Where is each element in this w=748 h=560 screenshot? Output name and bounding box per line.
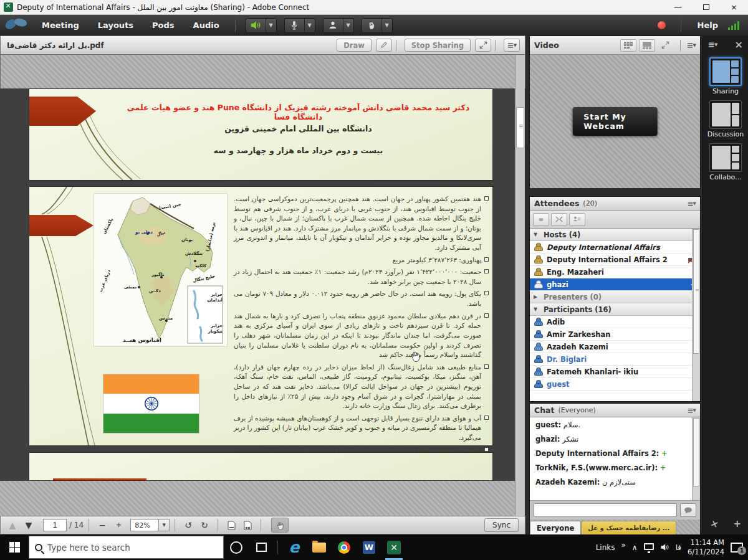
minimize-button[interactable]: — <box>664 0 692 15</box>
zoom-level-select[interactable]: 82% ▼ <box>130 519 170 531</box>
presenters-group-header[interactable]: ▶Presenters (0) <box>530 291 700 303</box>
attendee-row[interactable]: Adib <box>530 316 700 328</box>
attendee-row[interactable]: Fatemeh Khanlari- ikiu <box>530 366 700 378</box>
layout-bar-menu-button[interactable]: ≡▼ <box>708 40 717 49</box>
mic-dropdown[interactable]: ▼ <box>305 19 315 32</box>
chat-scrollbar[interactable] <box>692 417 700 501</box>
help-link[interactable]: Help <box>698 21 718 30</box>
attendee-row-selected[interactable]: ghazi <box>530 278 700 291</box>
video-fullscreen-button[interactable] <box>658 39 674 52</box>
adobe-connect-taskbar-button[interactable]: ✕ <box>381 534 406 560</box>
webcam-button[interactable] <box>324 19 343 32</box>
start-button[interactable] <box>0 534 29 560</box>
layout-bar-close-icon[interactable]: × <box>735 39 743 50</box>
zoom-dropdown-arrow[interactable]: ▼ <box>158 520 169 531</box>
speaker-button[interactable] <box>246 19 266 32</box>
chat-scrollbar-thumb[interactable] <box>693 418 699 486</box>
word-taskbar-button[interactable]: W <box>357 534 381 560</box>
fit-page-button[interactable] <box>223 518 239 533</box>
raise-hand-dropdown[interactable]: ▼ <box>382 19 392 32</box>
attendee-row[interactable]: Deputy International Affairs 2 <box>530 254 700 266</box>
taskbar-search[interactable] <box>29 536 224 559</box>
action-center-button[interactable]: 1 <box>731 543 743 553</box>
zoom-in-button[interactable]: ＋ <box>110 518 127 533</box>
chrome-icon <box>338 541 350 554</box>
close-button[interactable]: × <box>720 0 748 15</box>
menu-meeting[interactable]: Meeting <box>32 15 89 36</box>
sync-button[interactable]: Sync <box>484 518 519 532</box>
layout-discussion-thumbnail[interactable] <box>709 100 742 129</box>
speaker-dropdown[interactable]: ▼ <box>266 19 276 32</box>
previous-page-button[interactable]: ▲ <box>4 518 21 533</box>
attendee-list-view-button[interactable]: ≡ <box>533 213 549 226</box>
menu-layouts[interactable]: Layouts <box>89 15 143 36</box>
page-number-input[interactable] <box>43 519 67 531</box>
mic-button[interactable] <box>285 19 305 32</box>
document-scrollbar-thumb[interactable] <box>516 107 524 148</box>
attendee-row[interactable]: Deputy International Affairs <box>530 241 700 254</box>
layout-collaboration-thumbnail[interactable] <box>709 143 742 172</box>
network-icon[interactable] <box>644 543 654 550</box>
menu-bar: Meeting Layouts Pods Audio ▼ ▼ ▼ <box>0 15 748 36</box>
chat-pod-menu-button[interactable]: ≡▼ <box>688 406 696 415</box>
chat-send-button[interactable] <box>680 503 696 517</box>
maximize-button[interactable] <box>692 0 720 15</box>
menu-audio[interactable]: Audio <box>184 15 229 36</box>
title-bar: Deputy of International Affairs - معاونت… <box>0 0 748 15</box>
attendee-row[interactable]: Dr. Biglari <box>530 353 700 366</box>
links-toolbar-label[interactable]: Links <box>596 543 615 552</box>
pointer-tool-button[interactable] <box>376 39 392 52</box>
volume-icon[interactable] <box>660 543 669 551</box>
hand-tool-button[interactable] <box>271 518 289 533</box>
attendee-row[interactable]: Eng. Mazaheri <box>530 266 700 278</box>
attendees-scrollbar-thumb[interactable] <box>693 229 699 354</box>
file-explorer-taskbar-button[interactable] <box>307 534 332 560</box>
fullscreen-button[interactable] <box>475 39 491 52</box>
chat-tab-private[interactable]: ... رضایفاطمه جسک و عل <box>581 521 676 534</box>
links-chevron-icon[interactable]: » <box>621 541 625 549</box>
task-view-button[interactable] <box>249 534 274 560</box>
participants-group-header[interactable]: ▼Participants (16) <box>530 303 700 316</box>
breakout-view-button[interactable] <box>551 213 567 226</box>
manage-layouts-icon[interactable]: × <box>709 517 720 530</box>
ashoka-chakra-icon <box>143 396 160 412</box>
attendee-row[interactable]: Azadeh Kazemi <box>530 341 700 353</box>
layout-sharing-label: Sharing <box>703 87 748 95</box>
video-pod-menu-button[interactable]: ≡▼ <box>687 40 696 50</box>
taskbar-clock[interactable]: 11:14 AM 6/11/2024 <box>688 538 724 557</box>
chrome-taskbar-button[interactable] <box>332 534 357 560</box>
attendees-scrollbar[interactable] <box>692 229 700 401</box>
attendees-pod-menu-button[interactable]: ≡▼ <box>688 199 696 208</box>
video-grid-view-button[interactable] <box>620 39 636 52</box>
hosts-group-header[interactable]: ▼Hosts (4) <box>530 229 700 241</box>
language-indicator[interactable]: فا <box>676 543 681 552</box>
video-filmstrip-view-button[interactable] <box>639 39 655 52</box>
rotate-right-button[interactable]: ↻ <box>196 518 213 533</box>
chat-tab-everyone[interactable]: Everyone <box>530 521 581 534</box>
share-pod-menu-button[interactable]: ≡▼ <box>504 39 520 52</box>
raise-hand-button[interactable] <box>362 19 382 32</box>
document-scrollbar[interactable] <box>515 55 525 516</box>
stop-sharing-button[interactable]: Stop Sharing <box>405 39 471 52</box>
taskbar-search-input[interactable] <box>47 543 218 553</box>
draw-button[interactable]: Draw <box>337 39 372 52</box>
layout-sharing-thumbnail[interactable] <box>709 57 742 86</box>
chat-input[interactable] <box>534 503 677 517</box>
bullet-square-icon <box>484 447 489 452</box>
menu-pods[interactable]: Pods <box>143 15 184 36</box>
next-page-button[interactable]: ▼ <box>21 518 37 533</box>
rotate-left-button[interactable]: ↺ <box>180 518 196 533</box>
fit-width-button[interactable] <box>239 518 256 533</box>
attendee-row[interactable]: Amir Zarkeshan <box>530 328 700 341</box>
webcam-dropdown[interactable]: ▼ <box>343 19 353 32</box>
zoom-out-button[interactable]: − <box>94 518 110 533</box>
grid-view-icon <box>624 42 633 49</box>
show-hidden-icons-button[interactable]: ∧ <box>632 543 638 552</box>
attendee-row[interactable]: guest <box>530 378 700 391</box>
start-webcam-button[interactable]: Start My Webcam <box>572 107 658 136</box>
attendee-status-view-button[interactable] <box>569 213 585 226</box>
cortana-icon <box>230 541 242 554</box>
add-layout-icon[interactable]: + <box>733 518 741 529</box>
edge-taskbar-button[interactable]: e <box>282 534 307 560</box>
cortana-button[interactable] <box>224 534 249 560</box>
